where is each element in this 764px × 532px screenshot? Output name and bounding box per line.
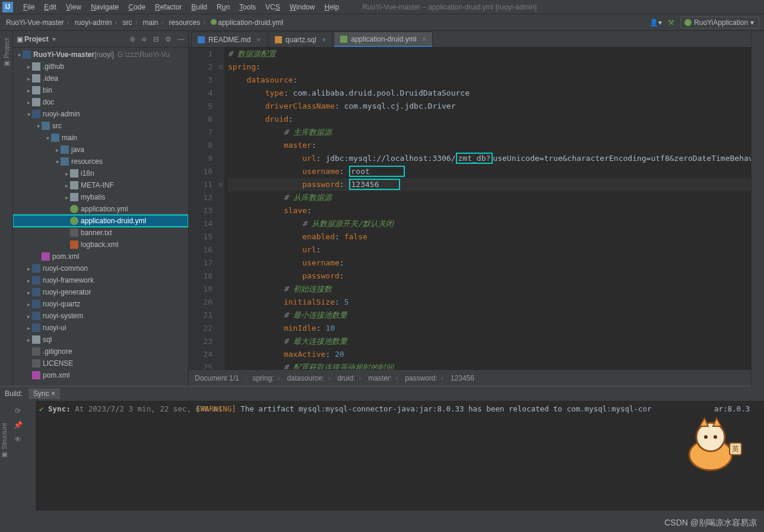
tree-row[interactable]: ▸sql (13, 334, 188, 346)
close-icon[interactable]: × (256, 36, 260, 43)
eye-icon[interactable]: 👁 (14, 435, 21, 444)
crumb[interactable]: password: (405, 374, 447, 382)
menu-navigate[interactable]: Navigate (87, 2, 123, 12)
tree-row[interactable]: ▸.idea (13, 72, 188, 84)
document-indicator: Document 1/1 (195, 374, 239, 382)
breadcrumb-item[interactable]: RuoYi-Vue-master (5, 18, 74, 27)
tree-row[interactable]: ▸bin (13, 84, 188, 96)
tree-row[interactable]: ▸ruoyi-quartz (13, 298, 188, 310)
tree-row[interactable]: logback.xml (13, 239, 188, 251)
code-content[interactable]: # 数据源配置 spring: datasource: type: com.al… (224, 48, 764, 369)
tree-row[interactable]: ▾main (13, 132, 188, 144)
tree-row[interactable]: ▾resources (13, 156, 188, 167)
tree-row[interactable]: ▸ruoyi-generator (13, 286, 188, 298)
reload-icon[interactable]: ⟳ (15, 407, 21, 415)
breadcrumb-item[interactable]: main (142, 18, 168, 27)
crumb[interactable]: druid: (337, 374, 364, 382)
tree-row[interactable]: ▸META-INF (13, 179, 188, 191)
svg-point-5 (714, 435, 717, 439)
close-icon[interactable]: × (422, 36, 426, 43)
build-output[interactable]: ✔ Sync: At 2023/7/2 3 min, 22 sec, 676 m… (36, 401, 764, 511)
tree-row[interactable]: ▸mybatis (13, 191, 188, 203)
tree-row[interactable]: application.yml (13, 203, 188, 215)
code-editor[interactable]: 1234567891011121314151617181920212223242… (189, 48, 764, 369)
lucky-cat-icon: 英 (675, 413, 746, 473)
user-icon[interactable]: 👤▾ (649, 18, 662, 27)
editor-tabs: README.md×quartz.sql×application-druid.y… (189, 31, 764, 48)
build-hammer-icon[interactable]: ⚒ (668, 18, 674, 27)
pin-icon[interactable]: 📌 (14, 421, 23, 429)
project-panel-header: ▣ Project ▾ ⊕ ≑ ⊟ ⚙ — (13, 31, 188, 48)
left-tool-strip: ▣ Project (0, 31, 13, 386)
close-icon[interactable]: × (322, 36, 326, 43)
menu-file[interactable]: File (19, 2, 39, 12)
project-view-icon: ▣ (17, 35, 23, 43)
crumb[interactable]: master: (368, 374, 401, 382)
navigation-bar: RuoYi-Vue-master ruoyi-admin src main re… (0, 14, 764, 31)
tree-row[interactable]: ▸ruoyi-system (13, 310, 188, 322)
menu-refactor[interactable]: Refactor (151, 2, 186, 12)
tree-row[interactable]: ▸.github (13, 61, 188, 72)
build-tool-window: Build: Sync × ⟳ 📌 👁 ✔ Sync: At 2023/7/2 … (0, 386, 764, 511)
menu-help[interactable]: Help (320, 2, 343, 12)
tree-row[interactable]: ▸ruoyi-common (13, 262, 188, 274)
menu-window[interactable]: Window (286, 2, 319, 12)
toolbar-right: 👤▾ ⚒ RuoYiApplication ▾ (649, 17, 759, 28)
breadcrumb-item[interactable]: application-druid.yml (210, 18, 284, 27)
editor-breadcrumbs-bar: Document 1/1 › spring: datasource: druid… (189, 369, 764, 386)
tree-row[interactable]: ▾src (13, 120, 188, 132)
tree-row[interactable]: ▸i18n (13, 167, 188, 179)
tree-row[interactable]: .gitignore (13, 346, 188, 357)
menu-edit[interactable]: Edit (40, 2, 61, 12)
svg-point-1 (696, 423, 725, 451)
breadcrumb-item[interactable]: resources (168, 18, 210, 27)
tree-row[interactable]: ▾RuoYi-Vue-master [ruoyi]G:\zzz\RuoYi-Vu (13, 49, 188, 61)
tree-row[interactable]: ▸doc (13, 96, 188, 108)
breadcrumb-item[interactable]: ruoyi-admin (74, 18, 122, 27)
tree-row[interactable]: ▾ruoyi-admin (13, 108, 188, 120)
structure-tool-button[interactable]: ▣ Structure (0, 423, 13, 530)
spring-leaf-icon (684, 19, 692, 26)
sync-tab[interactable]: Sync × (28, 388, 60, 399)
menu-run[interactable]: Run (213, 2, 234, 12)
tree-row[interactable]: ▸java (13, 144, 188, 156)
tree-row[interactable]: LICENSE (13, 357, 188, 369)
menu-tools[interactable]: Tools (235, 2, 260, 12)
close-icon: × (51, 390, 55, 398)
hide-icon[interactable]: — (177, 35, 185, 43)
menu-vcs[interactable]: VCS (261, 2, 284, 12)
tree-row[interactable]: pom.xml (13, 251, 188, 262)
collapse-all-icon[interactable]: ⊟ (153, 35, 159, 43)
app-logo-icon: IJ (2, 2, 13, 12)
menu-code[interactable]: Code (124, 2, 150, 12)
select-opened-icon[interactable]: ⊕ (129, 35, 135, 43)
crumb[interactable]: datasource: (287, 374, 334, 382)
watermark-text: CSDN @别喝凉水容易凉 (664, 518, 757, 528)
breadcrumb-item[interactable]: src (122, 18, 142, 27)
tree-row[interactable]: banner.txt (13, 227, 188, 239)
menu-build[interactable]: Build (187, 2, 211, 12)
file-type-icon (340, 36, 347, 43)
editor-area: README.md×quartz.sql×application-druid.y… (189, 31, 764, 386)
editor-tab[interactable]: quartz.sql× (268, 31, 332, 47)
project-tree[interactable]: ▾RuoYi-Vue-master [ruoyi]G:\zzz\RuoYi-Vu… (13, 48, 188, 386)
project-tool-button[interactable]: ▣ Project (2, 34, 10, 71)
menu-view[interactable]: View (62, 2, 85, 12)
svg-point-4 (704, 435, 708, 439)
svg-marker-3 (713, 418, 721, 426)
tree-row[interactable]: ▸ruoyi-framework (13, 274, 188, 286)
expand-all-icon[interactable]: ≑ (141, 35, 147, 43)
tree-row[interactable]: pom.xml (13, 369, 188, 381)
editor-tab[interactable]: application-druid.yml× (334, 31, 433, 47)
tree-row[interactable]: ▸ruoyi-ui (13, 322, 188, 334)
fold-gutter[interactable]: ⊟⊟ (217, 48, 224, 369)
editor-tab[interactable]: README.md× (191, 31, 267, 47)
run-configuration-selector[interactable]: RuoYiApplication ▾ (680, 17, 759, 28)
crumb[interactable]: 123456 (451, 374, 474, 382)
settings-icon[interactable]: ⚙ (165, 35, 172, 43)
crumb[interactable]: spring: (252, 374, 283, 382)
chevron-down-icon[interactable]: ▾ (52, 35, 56, 43)
tree-row-selected[interactable]: application-druid.yml (13, 215, 188, 227)
chevron-down-icon: ▾ (750, 18, 754, 27)
file-type-icon (198, 36, 205, 43)
